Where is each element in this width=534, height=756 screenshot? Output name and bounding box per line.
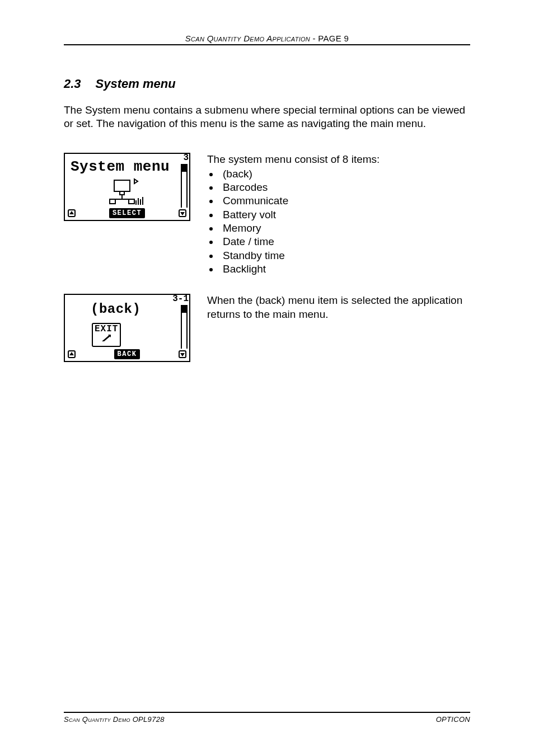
- lcd-softkey-label: BACK: [114, 349, 140, 359]
- lcd-title: System menu: [71, 158, 170, 175]
- list-item: Battery volt: [219, 208, 380, 222]
- svg-rect-9: [142, 197, 143, 205]
- system-menu-description: The system menu consist of 8 items: (bac…: [207, 153, 380, 276]
- lcd-softkey-label: SELECT: [109, 208, 145, 218]
- row-system-menu: 3 System menu: [64, 153, 470, 276]
- back-item-description: When the (back) menu item is selected th…: [207, 294, 470, 321]
- exit-icon-box: EXIT: [65, 321, 189, 349]
- list-item: Backlight: [219, 262, 380, 276]
- svg-rect-4: [110, 199, 115, 204]
- list-item: Communicate: [219, 194, 380, 208]
- svg-rect-6: [135, 200, 137, 205]
- header-sep: -: [310, 34, 318, 43]
- list-item: Barcodes: [219, 181, 380, 194]
- list-item: (back): [219, 167, 380, 181]
- list-item: Standby time: [219, 249, 380, 262]
- list-item: Date / time: [219, 235, 380, 248]
- svg-marker-12: [69, 211, 74, 214]
- section-heading: 2.3 System menu: [64, 77, 470, 91]
- up-arrow-icon: [67, 209, 76, 218]
- lcd-center-icon: [65, 177, 189, 205]
- lcd-title: (back): [91, 302, 140, 317]
- svg-marker-14: [180, 212, 185, 215]
- svg-marker-10: [134, 179, 138, 184]
- menu-items-list: (back) Barcodes Communicate Battery volt…: [207, 167, 380, 276]
- svg-rect-5: [129, 199, 134, 204]
- lcd-index: 3: [182, 153, 190, 162]
- footer-right: OPTICON: [436, 715, 470, 724]
- header-page: PAGE 9: [318, 34, 349, 43]
- lcd-screenshot-system: 3 System menu: [64, 153, 190, 221]
- footer-left: Scan Quantity Demo OPL9728: [64, 715, 165, 724]
- svg-rect-1: [120, 191, 124, 195]
- page-header: Scan Quantity Demo Application - PAGE 9: [64, 34, 470, 45]
- down-arrow-icon: [178, 209, 187, 218]
- section-number: 2.3: [64, 77, 81, 91]
- lcd-index: 3-1: [171, 294, 190, 303]
- lcd-screenshot-back: 3-1 (back) .lcd:nth-of-type(2) .scrollba…: [64, 294, 190, 362]
- up-arrow-icon: [67, 350, 76, 359]
- intro-paragraph: The System menu contains a submenu where…: [64, 104, 470, 130]
- page-footer: Scan Quantity Demo OPL9728 OPTICON: [64, 712, 470, 724]
- svg-marker-20: [180, 353, 185, 356]
- header-title: Scan Quantity Demo Application: [185, 34, 310, 43]
- list-item: Memory: [219, 222, 380, 235]
- svg-rect-8: [140, 199, 141, 205]
- svg-rect-0: [114, 180, 130, 191]
- row-back-item: 3-1 (back) .lcd:nth-of-type(2) .scrollba…: [64, 294, 470, 362]
- svg-rect-7: [138, 198, 139, 205]
- list-lead: The system menu consist of 8 items:: [207, 153, 380, 166]
- svg-marker-18: [69, 352, 74, 355]
- exit-arrow-icon: [95, 334, 118, 345]
- down-arrow-icon: [178, 350, 187, 359]
- exit-label: EXIT: [95, 325, 118, 334]
- section-title: System menu: [96, 77, 176, 91]
